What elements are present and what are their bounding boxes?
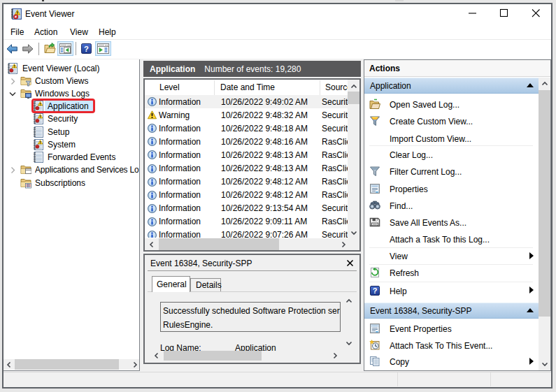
svg-text:?: ? — [84, 45, 89, 53]
